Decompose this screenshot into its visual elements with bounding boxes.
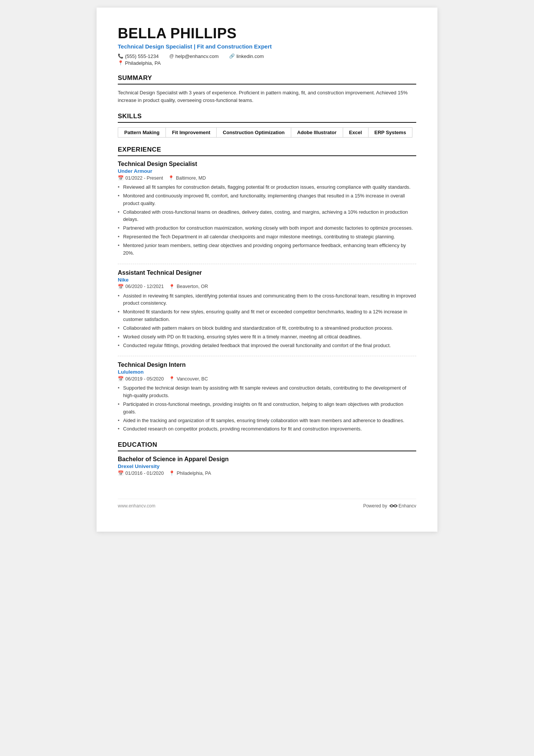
- phone-icon: 📞: [118, 53, 123, 59]
- job-title: Assistant Technical Designer: [118, 269, 416, 276]
- skill-item: Pattern Making: [118, 127, 166, 138]
- bullet-item: Supported the technical design team by a…: [118, 384, 416, 399]
- job-location: 📍 Baltimore, MD: [168, 175, 206, 181]
- bullet-item: Represented the Tech Department in all c…: [118, 233, 416, 241]
- bullet-item: Monitored and continuously improved fit,…: [118, 192, 416, 207]
- job-title: Technical Design Intern: [118, 362, 416, 368]
- calendar-icon: 📅: [118, 376, 124, 382]
- candidate-title: Technical Design Specialist | Fit and Co…: [118, 43, 416, 50]
- contact-row-1: 📞 (555) 555-1234 @ help@enhancv.com 🔗 li…: [118, 53, 416, 59]
- skills-section: SKILLS Pattern MakingFit ImprovementCons…: [118, 113, 416, 138]
- edu-location: 📍 Philadelphia, PA: [169, 470, 211, 476]
- footer: www.enhancv.com Powered by Enhancv: [118, 499, 416, 509]
- job-bullets: Assisted in reviewing fit samples, ident…: [118, 292, 416, 349]
- location-icon: 📍: [168, 175, 174, 181]
- enhancv-logo: Enhancv: [389, 503, 416, 509]
- location-value: Philadelphia, PA: [125, 60, 161, 66]
- header: BELLA PHILLIPS Technical Design Speciali…: [118, 26, 416, 66]
- job-date: 📅 06/2019 - 05/2020: [118, 376, 164, 382]
- bullet-item: Assisted in reviewing fit samples, ident…: [118, 292, 416, 307]
- job-bullets: Reviewed all fit samples for constructio…: [118, 183, 416, 257]
- powered-by-label: Powered by: [363, 503, 387, 509]
- summary-title: SUMMARY: [118, 74, 416, 85]
- experience-job: Technical Design Intern Lululemon 📅 06/2…: [118, 362, 416, 433]
- resume-page: BELLA PHILLIPS Technical Design Speciali…: [97, 8, 437, 532]
- bullet-item: Monitored fit standards for new styles, …: [118, 308, 416, 323]
- phone-contact: 📞 (555) 555-1234: [118, 53, 159, 59]
- bullet-item: Conducted regular fittings, providing de…: [118, 342, 416, 349]
- edu-meta: 📅 01/2016 - 01/2020 📍 Philadelphia, PA: [118, 470, 416, 476]
- contact-row-2: 📍 Philadelphia, PA: [118, 60, 416, 66]
- bullet-item: Mentored junior team members, setting cl…: [118, 242, 416, 257]
- email-contact: @ help@enhancv.com: [169, 53, 219, 59]
- candidate-name: BELLA PHILLIPS: [118, 26, 416, 42]
- location-icon: 📍: [118, 60, 123, 66]
- phone-value: (555) 555-1234: [125, 53, 159, 59]
- bullet-item: Conducted research on competitor product…: [118, 425, 416, 433]
- job-meta: 📅 01/2022 - Present 📍 Baltimore, MD: [118, 175, 416, 181]
- edu-school: Drexel University: [118, 463, 416, 469]
- enhancv-brand-name: Enhancv: [398, 503, 416, 509]
- education-entry: Bachelor of Science in Apparel Design Dr…: [118, 456, 416, 476]
- bullet-item: Worked closely with PD on fit tracking, …: [118, 333, 416, 341]
- location-icon: 📍: [169, 284, 175, 290]
- calendar-icon: 📅: [118, 470, 124, 476]
- edu-date: 📅 01/2016 - 01/2020: [118, 470, 164, 476]
- footer-brand: Powered by Enhancv: [363, 503, 416, 509]
- skill-item: Excel: [343, 127, 368, 138]
- job-title: Technical Design Specialist: [118, 161, 416, 167]
- calendar-icon: 📅: [118, 175, 124, 181]
- footer-website: www.enhancv.com: [118, 503, 155, 509]
- bullet-item: Reviewed all fit samples for constructio…: [118, 183, 416, 191]
- experience-title: EXPERIENCE: [118, 146, 416, 156]
- link-icon: 🔗: [229, 53, 235, 59]
- bullet-item: Participated in cross-functional meeting…: [118, 401, 416, 416]
- calendar-icon: 📅: [118, 284, 124, 290]
- email-icon: @: [169, 53, 174, 59]
- job-location: 📍 Beaverton, OR: [169, 284, 208, 290]
- bullet-item: Partnered with production for constructi…: [118, 224, 416, 232]
- experience-job: Assistant Technical Designer Nike 📅 06/2…: [118, 269, 416, 349]
- bullet-item: Collaborated with cross-functional teams…: [118, 208, 416, 224]
- location-contact: 📍 Philadelphia, PA: [118, 60, 161, 66]
- job-location: 📍 Vancouver, BC: [169, 376, 208, 382]
- bullet-item: Aided in the tracking and organization o…: [118, 417, 416, 424]
- skill-item: ERP Systems: [368, 127, 413, 138]
- job-meta: 📅 06/2020 - 12/2021 📍 Beaverton, OR: [118, 284, 416, 290]
- job-company: Lululemon: [118, 369, 416, 375]
- edu-degree: Bachelor of Science in Apparel Design: [118, 456, 416, 463]
- job-bullets: Supported the technical design team by a…: [118, 384, 416, 433]
- linkedin-contact: 🔗 linkedin.com: [229, 53, 264, 59]
- education-section: EDUCATION Bachelor of Science in Apparel…: [118, 441, 416, 476]
- job-company: Nike: [118, 277, 416, 283]
- education-container: Bachelor of Science in Apparel Design Dr…: [118, 456, 416, 476]
- location-icon: 📍: [169, 376, 175, 382]
- location-icon: 📍: [169, 470, 175, 476]
- skills-list: Pattern MakingFit ImprovementConstructio…: [118, 127, 416, 138]
- bullet-item: Collaborated with pattern makers on bloc…: [118, 324, 416, 332]
- summary-section: SUMMARY Technical Design Specialist with…: [118, 74, 416, 104]
- job-date: 📅 01/2022 - Present: [118, 175, 163, 181]
- linkedin-value: linkedin.com: [236, 53, 264, 59]
- skill-item: Adobe Illustrator: [291, 127, 343, 138]
- summary-text: Technical Design Specialist with 3 years…: [118, 89, 416, 104]
- job-company: Under Armour: [118, 168, 416, 174]
- skills-title: SKILLS: [118, 113, 416, 123]
- skill-item: Fit Improvement: [166, 127, 216, 138]
- job-meta: 📅 06/2019 - 05/2020 📍 Vancouver, BC: [118, 376, 416, 382]
- experience-job: Technical Design Specialist Under Armour…: [118, 161, 416, 257]
- email-value: help@enhancv.com: [175, 53, 219, 59]
- skill-item: Construction Optimization: [216, 127, 290, 138]
- jobs-container: Technical Design Specialist Under Armour…: [118, 161, 416, 433]
- job-date: 📅 06/2020 - 12/2021: [118, 284, 164, 290]
- experience-section: EXPERIENCE Technical Design Specialist U…: [118, 146, 416, 433]
- education-title: EDUCATION: [118, 441, 416, 451]
